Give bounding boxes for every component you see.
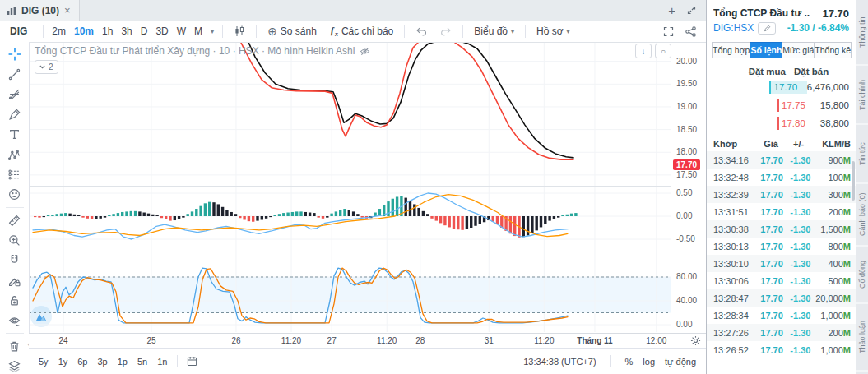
range-3p[interactable]: 3p [93, 357, 113, 367]
trade-row[interactable]: 13:30:0617.70-1.30500M [707, 272, 856, 289]
trade-row[interactable]: 13:30:1017.70-1.30400M [707, 255, 856, 272]
interval-1h[interactable]: 1h [98, 25, 117, 37]
restore-view-button[interactable]: ○ [655, 44, 671, 58]
panel-tab[interactable]: Mức giá [782, 42, 815, 58]
macd-histogram-bar [252, 216, 254, 222]
trade-row[interactable]: 13:34:1617.70-1.30900M [707, 151, 856, 169]
trend-line-tool[interactable] [3, 64, 26, 84]
remove-drawings-tool[interactable]: ‹ [3, 336, 26, 356]
go-to-date-button[interactable] [182, 356, 202, 367]
axis-tick-label: 20.00 [676, 57, 697, 66]
undo-button[interactable] [409, 26, 434, 36]
macd-histogram-bar [217, 204, 220, 216]
chart-area[interactable]: Tổng CTCP Đầu tư Phát triển Xây dựng · 1… [29, 42, 706, 333]
clock-label[interactable]: 13:34:38 (UTC+7) [523, 357, 596, 367]
panel-tab[interactable]: Tổng hợp [712, 42, 750, 58]
interval-M[interactable]: M [190, 25, 207, 37]
interval-3h[interactable]: 3h [117, 25, 136, 37]
chart-legend[interactable]: Tổng CTCP Đầu tư Phát triển Xây dựng · 1… [35, 45, 370, 57]
edit-symbol-button[interactable] [758, 22, 776, 35]
macd-histogram-bar [221, 207, 224, 216]
trade-row[interactable]: 13:27:2617.70-1.30200M [707, 324, 856, 341]
range-1n[interactable]: 1n [152, 357, 172, 367]
range-5n[interactable]: 5n [132, 357, 152, 367]
trade-row[interactable]: 13:32:4817.70-1.30100M [707, 169, 856, 186]
text-tool[interactable] [3, 125, 26, 145]
forecast-tool[interactable] [3, 164, 26, 184]
log-scale-toggle[interactable]: log [643, 357, 655, 367]
scroll-to-recent-button[interactable]: ↓ [635, 44, 652, 58]
vertical-tab[interactable]: Thông tin [856, 0, 868, 66]
lock-all-tool[interactable] [3, 290, 26, 310]
gann-fib-tool[interactable] [3, 85, 26, 104]
vertical-tab[interactable]: Cổ đông [856, 247, 868, 304]
auto-scale-toggle[interactable]: tự động [665, 357, 696, 367]
redo-button[interactable] [434, 26, 458, 36]
brush-tool[interactable] [3, 104, 26, 124]
magnet-tool[interactable] [3, 251, 26, 270]
orderbook-ask-row[interactable]: 17.7515,800 [707, 96, 856, 114]
trades-list[interactable]: 13:34:1617.70-1.30900M13:32:4817.70-1.30… [707, 151, 856, 358]
price-axis[interactable]: 20.5020.0019.5019.0018.5018.0017.500.500… [671, 42, 707, 333]
interval-W[interactable]: W [173, 25, 190, 37]
macd-histogram-bar [318, 216, 320, 218]
chart-plot[interactable] [29, 42, 671, 333]
drawing-mode-lock-tool[interactable] [3, 270, 26, 290]
range-1y[interactable]: 1y [53, 357, 73, 367]
time-axis[interactable]: 24252611:202711:20283111:20Tháng 1112:00 [29, 333, 706, 349]
chart-style-button[interactable] [227, 25, 252, 37]
close-tab-icon[interactable]: × [64, 4, 71, 16]
add-tab-button[interactable]: + [668, 4, 675, 16]
share-button[interactable] [685, 26, 696, 37]
range-1p[interactable]: 1p [113, 357, 132, 367]
interval-2m[interactable]: 2m [48, 25, 70, 37]
measure-tool[interactable] [3, 210, 26, 230]
emoji-tool[interactable] [3, 185, 26, 205]
panel-scrollbar[interactable] [852, 161, 855, 201]
zoom-in-tool[interactable] [3, 230, 26, 250]
object-tree-tool[interactable] [3, 357, 26, 374]
percent-scale-toggle[interactable]: % [625, 357, 634, 367]
trade-row[interactable]: 13:28:4717.70-1.3020,000M [707, 289, 856, 307]
vertical-tab-strip: Thông tinTài chínhTin tứcCảnh báo (0)Cổ … [856, 0, 868, 374]
vertical-tab[interactable]: Tài chính [856, 66, 868, 125]
trade-row[interactable]: 13:31:5117.70-1.30200M [707, 203, 856, 220]
interval-dropdown-icon[interactable]: ▾ [207, 28, 218, 35]
hide-drawings-tool[interactable] [3, 311, 26, 330]
panel-tab[interactable]: Thống kê [814, 42, 852, 58]
macd-histogram-bar [561, 215, 564, 216]
crosshair-tool[interactable] [3, 44, 26, 64]
vertical-tab[interactable]: Thảo luận [856, 304, 868, 372]
trade-row[interactable]: 13:30:1317.70-1.30800M [707, 238, 856, 255]
eye-off-icon[interactable] [360, 47, 370, 56]
panel-tab[interactable]: Số lệnh [750, 42, 782, 58]
trade-row[interactable]: 13:28:3417.70-1.301,000M [707, 307, 856, 324]
interval-10m[interactable]: 10m [70, 25, 98, 37]
collapsed-indicators-chip[interactable]: 2 [35, 60, 58, 74]
pattern-tool[interactable] [3, 145, 26, 164]
orderbook-ask-row[interactable]: 17.706,476,000 [707, 78, 856, 96]
range-6p[interactable]: 6p [72, 357, 92, 367]
chart-tab-dig[interactable]: DIG (10) × [0, 0, 80, 21]
range-5y[interactable]: 5y [34, 357, 53, 367]
vertical-tab[interactable]: Cảnh báo (0) [856, 184, 868, 247]
macd-histogram-bar [174, 216, 176, 220]
profile-menu-button[interactable]: Hồ sơ▾ [530, 25, 577, 37]
interval-D[interactable]: D [137, 25, 152, 37]
trade-row[interactable]: 13:32:3917.70-1.30300M [707, 186, 856, 203]
chart-menu-button[interactable]: Biểu đồ▾ [467, 25, 521, 37]
fullscreen-button[interactable] [663, 26, 674, 37]
orderbook-ask-row[interactable]: 17.8038,800 [707, 114, 856, 132]
macd-histogram-bar [195, 209, 197, 216]
symbol-button[interactable]: DIG [0, 25, 39, 37]
expand-icon[interactable] [687, 6, 696, 15]
trade-row[interactable]: 13:26:5217.70-1.301,000M [707, 341, 856, 358]
axis-settings-gear-icon[interactable] [690, 335, 701, 346]
orderbook-header: Đặt mua Đặt bán [707, 58, 856, 78]
symbol-code[interactable]: DIG:HSX [713, 22, 754, 34]
vertical-tab[interactable]: Tin tức [856, 125, 868, 184]
trade-row[interactable]: 13:30:3817.70-1.301,500M [707, 220, 856, 238]
indicators-button[interactable]: ƒx Các chỉ báo [323, 25, 400, 38]
compare-button[interactable]: ⊕ So sánh [261, 25, 323, 38]
interval-3D[interactable]: 3D [151, 25, 172, 37]
